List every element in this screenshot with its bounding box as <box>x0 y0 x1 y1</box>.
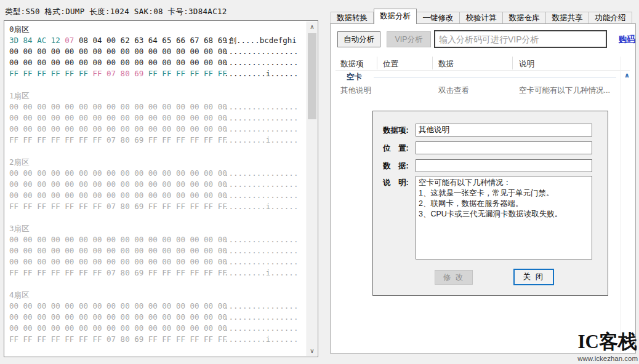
vip-analyze-button: VIP分析 <box>387 31 431 47</box>
header-divider <box>336 70 630 71</box>
ic-kezhan-logo: IC客栈 <box>578 332 637 352</box>
sector-label: 2扇区 <box>9 157 306 168</box>
hex-line: 00 00 00 00 00 00 00 00 00 00 00 00 00 0… <box>9 124 306 135</box>
tab-1[interactable]: 数据分析 <box>374 9 417 24</box>
analysis-code-input[interactable] <box>434 30 607 48</box>
buy-code-link[interactable]: 购码 <box>619 34 635 45</box>
group-row-empty-card[interactable]: 空卡 ∧ <box>336 71 635 82</box>
group-label: 空卡 <box>347 72 362 82</box>
hex-line: FF FF FF FF FF FF FF 07 80 69 FF FF FF F… <box>9 334 306 345</box>
tab-bar: 数据转换数据分析一键修改校验计算数据仓库数据共享功能介绍 <box>331 9 637 24</box>
dialog-item-label: 数据项: <box>383 125 415 136</box>
hex-line: FF FF FF FF FF FF FF 07 80 69 FF FF FF F… <box>9 135 306 146</box>
tab-2[interactable]: 一键修改 <box>417 12 460 24</box>
hex-line: 00 00 00 00 00 00 00 00 00 00 00 00 00 0… <box>9 113 306 124</box>
row-cell-item[interactable]: 其他说明 <box>340 85 371 96</box>
group-divider-line <box>374 77 616 78</box>
tab-5[interactable]: 数据共享 <box>546 12 589 24</box>
dialog-item-input[interactable] <box>416 124 592 136</box>
column-divider <box>512 57 513 69</box>
hex-line: 00 00 00 00 00 00 00 00 00 00 00 00 00 0… <box>9 190 306 201</box>
hex-dump-panel: 0扇区3D 84 AC 12 07 08 04 00 62 63 64 65 6… <box>4 20 318 357</box>
column-header-data[interactable]: 数据 <box>438 59 454 69</box>
hex-line: 00 00 00 00 00 00 00 00 00 00 00 00 00 0… <box>9 245 306 256</box>
hex-dump-content[interactable]: 0扇区3D 84 AC 12 07 08 04 00 62 63 64 65 6… <box>6 22 306 356</box>
dialog-note-label: 说 明: <box>383 178 415 188</box>
hex-line: 3D 84 AC 12 07 08 04 00 62 63 64 65 66 6… <box>9 35 306 46</box>
dialog-position-input[interactable] <box>416 141 592 154</box>
tab-0[interactable]: 数据转换 <box>331 12 374 24</box>
hex-line: 00 00 00 00 00 00 00 00 00 00 00 00 00 0… <box>9 256 306 267</box>
card-info-header: 类型:S50 格式:DUMP 长度:1024 SAK:08 卡号:3D84AC1… <box>5 7 227 17</box>
sector-label: 3扇区 <box>9 223 306 234</box>
hex-line: 00 00 00 00 00 00 00 00 00 00 00 00 00 0… <box>9 312 306 323</box>
sector-label: 4扇区 <box>9 290 306 301</box>
column-header-description[interactable]: 说明 <box>519 59 534 69</box>
vertical-scrollbar[interactable]: ∧ ∨ <box>307 22 317 356</box>
auto-analyze-button[interactable]: 自动分析 <box>337 31 380 47</box>
hex-line: FF FF FF FF FF FF FF 07 80 69 FF FF FF F… <box>9 201 306 212</box>
modify-button: 修 改 <box>435 270 473 285</box>
hex-line: 00 00 00 00 00 00 00 00 00 00 00 00 00 0… <box>9 234 306 245</box>
hex-line: 00 00 00 00 00 00 00 00 00 00 00 00 00 0… <box>9 179 306 190</box>
row-cell-data[interactable]: 双击查看 <box>438 85 469 96</box>
hex-line: 00 00 00 00 00 00 00 00 00 00 00 00 00 0… <box>9 46 306 57</box>
sector-label: 0扇区 <box>9 24 306 35</box>
column-header-item[interactable]: 数据项 <box>340 59 364 69</box>
tab-6[interactable]: 功能介绍 <box>589 12 632 24</box>
column-header-position[interactable]: 位置 <box>383 59 398 69</box>
collapse-caret-icon[interactable]: ∧ <box>624 71 630 79</box>
dialog-data-input[interactable] <box>416 159 592 172</box>
column-divider <box>432 57 433 69</box>
detail-dialog: 数据项: 位 置: 数 据: 说 明: 空卡可能有以下几种情况： 1、这就是一张… <box>372 111 608 296</box>
site-url: www.ickezhan.com <box>577 355 638 362</box>
dialog-data-label: 数 据: <box>383 161 415 172</box>
scroll-down-icon[interactable]: ∨ <box>307 346 317 356</box>
hex-line: 00 00 00 00 00 00 00 00 00 00 00 00 00 0… <box>9 57 306 68</box>
hex-line: 00 00 00 00 00 00 00 00 00 00 00 00 00 0… <box>9 301 306 312</box>
dialog-note-textarea[interactable]: 空卡可能有以下几种情况： 1、这就是一张空卡，常见于单元门禁。 2、联网卡，数据… <box>416 176 592 259</box>
row-cell-description[interactable]: 空卡可能有以下几种情况... <box>519 85 610 96</box>
hex-line: FF FF FF FF FF FF FF 07 80 69 FF FF FF F… <box>9 267 306 279</box>
scrollbar-thumb[interactable] <box>308 33 316 119</box>
hex-line: 00 00 00 00 00 00 00 00 00 00 00 00 00 0… <box>9 101 306 113</box>
hex-line: FF FF FF FF FF FF FF 07 80 69 FF FF FF F… <box>9 68 306 79</box>
scroll-up-icon[interactable]: ∧ <box>307 22 317 32</box>
column-divider <box>620 57 621 352</box>
hex-line: 00 00 00 00 00 00 00 00 00 00 00 00 00 0… <box>9 168 306 179</box>
close-button[interactable]: 关 闭 <box>513 269 554 285</box>
column-divider <box>377 57 377 69</box>
sector-label: 1扇区 <box>9 90 306 101</box>
hex-line: 00 00 00 00 00 00 00 00 00 00 00 00 00 0… <box>9 323 306 334</box>
tab-3[interactable]: 校验计算 <box>460 12 503 24</box>
dialog-position-label: 位 置: <box>383 143 415 154</box>
tab-4[interactable]: 数据仓库 <box>503 12 546 24</box>
